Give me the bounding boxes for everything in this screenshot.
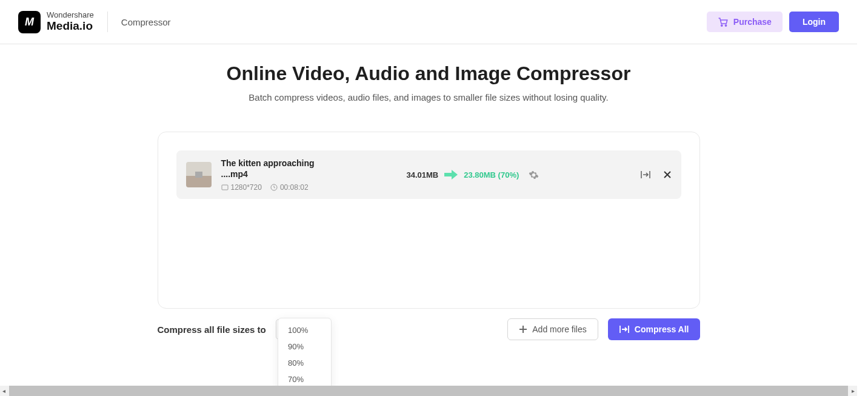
purchase-label: Purchase [733, 17, 772, 27]
page-title: Online Video, Audio and Image Compressor [0, 62, 857, 85]
purchase-button[interactable]: Purchase [707, 12, 783, 32]
dropdown-option[interactable]: 100% [278, 322, 331, 338]
logo-text: Wondershare Media.io [47, 11, 94, 32]
brand-main: Media.io [47, 20, 94, 33]
page-name: Compressor [121, 17, 171, 27]
svg-point-0 [721, 25, 722, 26]
close-icon [663, 170, 672, 179]
resolution-meta: 1280*720 [221, 183, 262, 192]
page-subtitle: Batch compress videos, audio files, and … [0, 92, 857, 102]
logo[interactable]: M Wondershare Media.io [18, 11, 94, 33]
compressed-size: 23.80MB (70%) [464, 170, 519, 180]
header-divider [107, 12, 108, 32]
cart-icon [718, 17, 729, 27]
file-thumbnail [186, 162, 212, 187]
compress-icon [640, 170, 651, 180]
svg-point-1 [725, 25, 726, 26]
brand-top: Wondershare [47, 11, 94, 19]
file-name: The kitten approaching ....mp4 [221, 158, 361, 180]
add-more-label: Add more files [532, 324, 586, 334]
compress-single-button[interactable] [640, 170, 651, 180]
login-button[interactable]: Login [789, 12, 839, 32]
add-more-files-button[interactable]: Add more files [507, 318, 598, 340]
hero: Online Video, Audio and Image Compressor… [0, 44, 857, 115]
app-header: M Wondershare Media.io Compressor Purcha… [0, 0, 857, 44]
size-block: 34.01MB 23.80MB (70%) [407, 169, 539, 180]
resolution-icon [221, 184, 229, 191]
svg-rect-2 [222, 185, 228, 190]
settings-button[interactable] [529, 170, 539, 180]
dropdown-option[interactable]: 70% [278, 371, 331, 386]
dropdown-option[interactable]: 80% [278, 355, 331, 371]
original-size: 34.01MB [407, 170, 439, 180]
file-info: The kitten approaching ....mp4 1280*720 … [221, 158, 361, 192]
logo-mark-icon: M [18, 11, 41, 33]
percentage-dropdown-menu[interactable]: 100%90%80%70%60%50%40%30% [278, 318, 332, 386]
duration-meta: 00:08:02 [270, 183, 309, 192]
remove-file-button[interactable] [663, 170, 672, 179]
login-label: Login [803, 17, 826, 27]
plus-icon [519, 325, 527, 334]
dropdown-option[interactable]: 90% [278, 338, 331, 355]
footer-bar: Compress all file sizes to 70% ⌃ Add mor… [158, 318, 700, 340]
compress-all-label: Compress All [635, 324, 689, 334]
clock-icon [270, 184, 278, 191]
compress-label: Compress all file sizes to [158, 324, 266, 335]
compress-all-icon [619, 325, 630, 334]
file-row: The kitten approaching ....mp4 1280*720 … [176, 150, 681, 199]
gear-icon [529, 170, 539, 180]
arrow-right-icon [444, 169, 458, 180]
file-panel: The kitten approaching ....mp4 1280*720 … [158, 132, 700, 309]
compress-all-button[interactable]: Compress All [608, 318, 700, 340]
